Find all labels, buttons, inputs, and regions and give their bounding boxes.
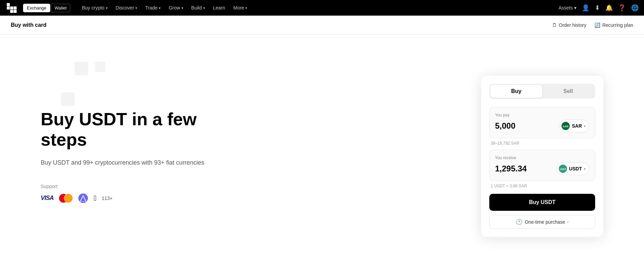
buy-sell-tabs: Buy Sell — [489, 84, 595, 99]
you-receive-amount[interactable]: 1,295.34 — [495, 164, 527, 173]
pay-range: 38–18,792 SAR — [489, 141, 595, 146]
sar-flag: SAR — [562, 122, 570, 130]
svg-rect-5 — [10, 10, 13, 13]
subheader: Buy with card 🗒 Order history 🔄 Recurrin… — [0, 16, 644, 35]
pay-currency-selector[interactable]: SAR SAR ▾ — [559, 119, 589, 132]
order-history-icon: 🗒 — [552, 22, 557, 28]
arrow-right-icon: › — [567, 220, 569, 224]
you-receive-row: 1,295.34 USDT USDT ▾ — [495, 162, 589, 175]
exchange-wallet-toggle: Exchange Wallet — [23, 4, 70, 12]
chevron-icon: ▾ — [182, 6, 183, 10]
recurring-plan-button[interactable]: 🔄 Recurring plan — [594, 22, 633, 28]
skrill-icon — [78, 193, 88, 203]
help-icon[interactable]: ❓ — [618, 4, 626, 12]
nav-learn[interactable]: Learn — [210, 0, 229, 16]
hero-content: Buy USDT in a few steps Buy USDT and 99+… — [41, 109, 244, 203]
you-pay-amount[interactable]: 5,000 — [495, 121, 515, 131]
decorative-shape-3 — [61, 92, 75, 106]
you-pay-label: You pay — [495, 113, 589, 117]
exchange-button[interactable]: Exchange — [23, 4, 50, 12]
chevron-down-icon: ▾ — [574, 5, 576, 11]
nav-trade[interactable]: Trade ▾ — [142, 0, 164, 16]
page-title: Buy with card — [11, 22, 46, 28]
user-icon[interactable]: 👤 — [582, 4, 589, 12]
svg-rect-4 — [14, 6, 17, 10]
svg-rect-3 — [10, 6, 13, 10]
main-content: Buy USDT in a few steps Buy USDT and 99+… — [0, 35, 644, 278]
chevron-icon: ▾ — [106, 6, 108, 10]
logo[interactable] — [5, 2, 18, 14]
you-receive-label: You receive — [495, 155, 589, 160]
language-icon[interactable]: 🌐 — [631, 4, 639, 12]
pay-currency-name: SAR — [572, 123, 582, 129]
nav-right: Assets ▾ 👤 ⬇ 🔔 ❓ 🌐 — [558, 4, 639, 12]
chevron-icon: ▾ — [203, 6, 205, 10]
nav-buy-crypto[interactable]: Buy crypto ▾ — [78, 0, 111, 16]
wallet-button[interactable]: Wallet — [51, 4, 71, 12]
svg-rect-1 — [7, 3, 10, 6]
assets-button[interactable]: Assets ▾ — [558, 5, 576, 11]
you-receive-box: You receive 1,295.34 USDT USDT ▾ — [489, 150, 595, 181]
buy-tab[interactable]: Buy — [490, 85, 542, 98]
buy-usdt-button[interactable]: Buy USDT — [489, 194, 595, 211]
sell-tab[interactable]: Sell — [542, 85, 594, 98]
mastercard-logo — [59, 194, 73, 203]
currency-chevron-icon: ▾ — [584, 124, 586, 128]
nav-links: Buy crypto ▾ Discover ▾ Trade ▾ Grow ▾ B… — [78, 0, 556, 16]
one-time-label: One-time purchase — [525, 219, 565, 225]
apple-pay-icon:  — [94, 194, 96, 203]
chevron-icon: ▾ — [245, 6, 247, 10]
clock-icon: 🕐 — [516, 219, 523, 225]
svg-text:SAR: SAR — [563, 125, 569, 128]
hero-title: Buy USDT in a few steps — [41, 109, 244, 150]
receive-currency-name: USDT — [569, 166, 582, 171]
you-pay-box: You pay 5,000 SAR SAR ▾ — [489, 107, 595, 138]
usdt-flag: USDT — [559, 165, 567, 173]
notification-icon[interactable]: 🔔 — [605, 4, 613, 12]
chevron-icon: ▾ — [159, 6, 160, 10]
more-payment-methods: 113+ — [102, 196, 113, 201]
order-history-button[interactable]: 🗒 Order history — [552, 22, 586, 28]
svg-rect-2 — [7, 6, 10, 10]
buy-sell-card: Buy Sell You pay 5,000 SAR SAR ▾ 38–18,7… — [481, 76, 603, 237]
subheader-actions: 🗒 Order history 🔄 Recurring plan — [552, 22, 633, 28]
nav-grow[interactable]: Grow ▾ — [165, 0, 186, 16]
download-icon[interactable]: ⬇ — [595, 4, 600, 12]
you-pay-row: 5,000 SAR SAR ▾ — [495, 119, 589, 132]
chevron-icon: ▾ — [135, 6, 137, 10]
nav-build[interactable]: Build ▾ — [188, 0, 208, 16]
recurring-plan-icon: 🔄 — [594, 22, 600, 28]
exchange-rate: 1 USDT ≈ 3.86 SAR — [489, 184, 595, 188]
one-time-purchase-button[interactable]: 🕐 One-time purchase › — [489, 215, 595, 229]
hero-subtitle: Buy USDT and 99+ cryptocurrencies with 9… — [41, 158, 244, 167]
nav-more[interactable]: More ▾ — [230, 0, 251, 16]
support-label: Support — [41, 184, 244, 189]
svg-text:USDT: USDT — [560, 168, 566, 170]
nav-discover[interactable]: Discover ▾ — [112, 0, 140, 16]
payment-methods: VISA  113+ — [41, 193, 244, 203]
decorative-shape-1 — [75, 62, 88, 75]
receive-currency-selector[interactable]: USDT USDT ▾ — [556, 162, 589, 175]
currency-chevron-icon: ▾ — [584, 167, 586, 171]
navbar: Exchange Wallet Buy crypto ▾ Discover ▾ … — [0, 0, 644, 16]
decorative-shape-2 — [95, 62, 105, 72]
svg-rect-6 — [14, 10, 17, 13]
visa-logo: VISA — [41, 194, 54, 202]
